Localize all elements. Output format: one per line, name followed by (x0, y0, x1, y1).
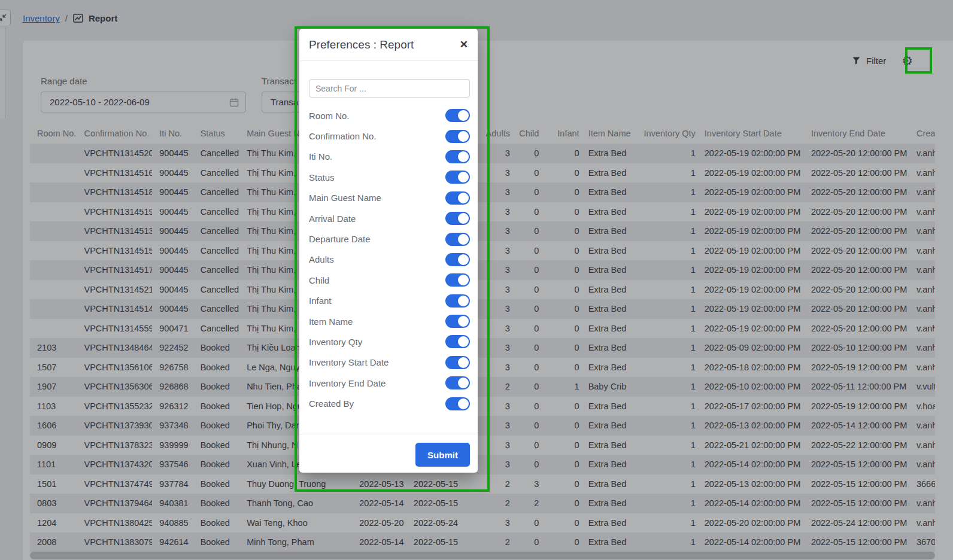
preference-row-inventory-start-date: Inventory Start Date (309, 352, 470, 373)
toggle-switch[interactable] (445, 376, 470, 389)
preference-label: Adults (309, 254, 334, 264)
preference-label: Confirmation No. (309, 131, 377, 141)
preference-row-arrival-date: Arrival Date (309, 208, 470, 229)
search-input[interactable] (309, 79, 470, 98)
toggle-switch[interactable] (445, 150, 470, 163)
preference-row-child: Child (309, 270, 470, 290)
preference-row-adults: Adults (309, 249, 470, 270)
preference-row-main-guest-name: Main Guest Name (309, 188, 470, 208)
preference-row-inventory-qty: Inventory Qty (309, 331, 470, 352)
preferences-modal: Preferences : Report ✕ Room No.Confirmat… (299, 29, 478, 473)
toggle-switch[interactable] (445, 356, 470, 369)
preference-row-infant: Infant (309, 291, 470, 311)
toggle-switch[interactable] (445, 130, 470, 143)
preference-toggle-list: Room No.Confirmation No.Iti No.StatusMai… (309, 105, 470, 414)
preference-label: Room No. (309, 111, 350, 121)
app-viewport: Inventory / Report Filter ⚙ Range date 2… (0, 0, 953, 560)
preference-label: Inventory End Date (309, 378, 386, 388)
toggle-switch[interactable] (445, 171, 470, 184)
toggle-switch[interactable] (445, 273, 470, 287)
preference-label: Arrival Date (309, 214, 356, 224)
toggle-switch[interactable] (445, 212, 470, 225)
preference-row-confirmation-no: Confirmation No. (309, 126, 470, 146)
toggle-switch[interactable] (445, 315, 470, 328)
toggle-switch[interactable] (445, 109, 470, 122)
modal-footer: Submit (299, 434, 478, 467)
preference-label: Created By (309, 398, 354, 409)
preference-label: Iti No. (309, 151, 332, 162)
preference-label: Main Guest Name (309, 193, 381, 203)
preference-label: Inventory Start Date (309, 357, 389, 367)
preference-row-room-no: Room No. (309, 105, 470, 126)
preference-label: Item Name (309, 316, 353, 327)
preference-row-iti-no: Iti No. (309, 147, 470, 167)
toggle-switch[interactable] (445, 294, 470, 308)
toggle-switch[interactable] (445, 191, 470, 205)
modal-header: Preferences : Report ✕ (299, 29, 478, 61)
preference-label: Infant (309, 296, 332, 306)
preference-row-item-name: Item Name (309, 311, 470, 331)
preference-label: Inventory Qty (309, 337, 362, 347)
modal-body: Room No.Confirmation No.Iti No.StatusMai… (299, 61, 478, 414)
submit-button[interactable]: Submit (415, 443, 470, 467)
preference-label: Status (309, 172, 335, 182)
modal-title: Preferences : Report (309, 38, 414, 51)
toggle-switch[interactable] (445, 397, 470, 410)
preference-row-inventory-end-date: Inventory End Date (309, 373, 470, 393)
preference-label: Departure Date (309, 234, 371, 244)
preference-row-departure-date: Departure Date (309, 229, 470, 249)
toggle-switch[interactable] (445, 233, 470, 246)
toggle-switch[interactable] (445, 253, 470, 266)
close-icon[interactable]: ✕ (460, 39, 468, 50)
preference-row-status: Status (309, 167, 470, 187)
preference-row-created-by: Created By (309, 393, 470, 413)
preference-label: Child (309, 275, 329, 285)
toggle-switch[interactable] (445, 335, 470, 348)
